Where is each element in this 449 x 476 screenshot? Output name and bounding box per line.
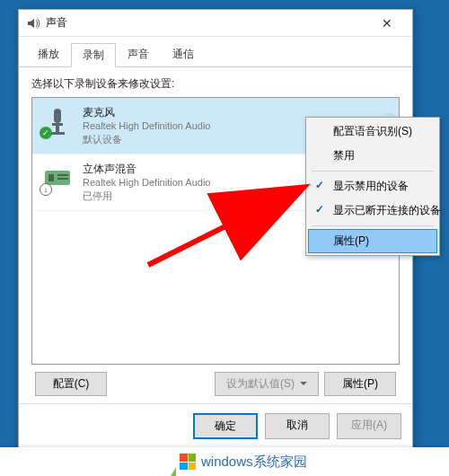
menu-config-speech[interactable]: 配置语音识别(S) bbox=[308, 119, 437, 144]
cancel-button[interactable]: 取消 bbox=[265, 413, 330, 439]
sound-icon bbox=[26, 16, 40, 31]
svg-rect-5 bbox=[48, 174, 54, 181]
instruction-text: 选择以下录制设备来修改设置: bbox=[31, 76, 400, 92]
device-buttons: 配置(C) 设为默认值(S) 属性(P) bbox=[31, 365, 400, 396]
dialog-footer: 确定 取消 应用(A) bbox=[19, 403, 412, 448]
set-default-button[interactable]: 设为默认值(S) bbox=[215, 372, 319, 396]
brand-bar: windows系统家园 bbox=[0, 447, 449, 476]
svg-rect-2 bbox=[56, 126, 59, 132]
sound-card-icon: ↓ bbox=[41, 162, 74, 194]
svg-rect-7 bbox=[57, 178, 68, 180]
menu-show-disconnected[interactable]: 显示已断开连接的设备 bbox=[308, 198, 437, 223]
device-driver: Realtek High Definition Audio bbox=[83, 119, 210, 133]
device-name: 立体声混音 bbox=[83, 162, 210, 176]
tab-strip: 播放 录制 声音 通信 bbox=[19, 37, 412, 67]
menu-disable[interactable]: 禁用 bbox=[308, 144, 437, 168]
svg-rect-1 bbox=[52, 123, 63, 126]
menu-separator bbox=[312, 171, 434, 172]
configure-button[interactable]: 配置(C) bbox=[35, 372, 107, 396]
microphone-icon: ✓ bbox=[41, 105, 74, 137]
properties-button[interactable]: 属性(P) bbox=[324, 372, 396, 396]
menu-show-disabled[interactable]: 显示禁用的设备 bbox=[308, 174, 437, 198]
device-driver: Realtek High Definition Audio bbox=[83, 176, 210, 190]
menu-separator bbox=[312, 225, 434, 226]
device-status: 已停用 bbox=[83, 190, 210, 203]
close-button[interactable]: ✕ bbox=[369, 11, 405, 36]
menu-properties[interactable]: 属性(P) bbox=[308, 229, 437, 253]
tab-playback[interactable]: 播放 bbox=[26, 42, 71, 66]
titlebar: 声音 ✕ bbox=[19, 10, 412, 37]
windows-logo-icon bbox=[180, 454, 196, 470]
window-title: 声音 bbox=[46, 15, 369, 31]
context-menu: 配置语音识别(S) 禁用 显示禁用的设备 显示已断开连接的设备 属性(P) bbox=[305, 117, 440, 256]
tab-recording[interactable]: 录制 bbox=[71, 43, 116, 67]
tab-communications[interactable]: 通信 bbox=[161, 42, 206, 66]
svg-rect-3 bbox=[50, 132, 65, 135]
apply-button[interactable]: 应用(A) bbox=[337, 413, 401, 439]
svg-rect-6 bbox=[57, 174, 68, 176]
ok-button[interactable]: 确定 bbox=[193, 413, 258, 439]
disabled-badge-icon: ↓ bbox=[40, 183, 52, 196]
svg-rect-0 bbox=[54, 109, 61, 123]
device-status: 默认设备 bbox=[83, 133, 210, 146]
tab-sounds[interactable]: 声音 bbox=[116, 42, 161, 66]
device-name: 麦克风 bbox=[83, 105, 210, 119]
brand-text: windows系统家园 bbox=[201, 454, 307, 471]
default-badge-icon: ✓ bbox=[40, 127, 52, 139]
